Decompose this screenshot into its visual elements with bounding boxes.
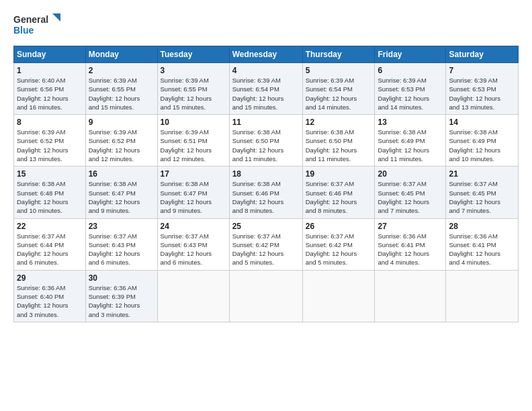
calendar-cell: 4Sunrise: 6:39 AM Sunset: 6:54 PM Daylig… — [229, 63, 302, 115]
calendar-cell: 21Sunrise: 6:37 AM Sunset: 6:45 PM Dayli… — [446, 167, 519, 218]
day-info: Sunrise: 6:38 AM Sunset: 6:50 PM Dayligh… — [306, 128, 372, 163]
day-info: Sunrise: 6:37 AM Sunset: 6:43 PM Dayligh… — [89, 232, 154, 267]
day-info: Sunrise: 6:37 AM Sunset: 6:42 PM Dayligh… — [306, 232, 372, 267]
weekday-header-thursday: Thursday — [302, 46, 375, 63]
day-number: 9 — [89, 118, 154, 127]
day-number: 17 — [161, 169, 226, 179]
day-number: 25 — [232, 222, 300, 231]
day-info: Sunrise: 6:38 AM Sunset: 6:46 PM Dayligh… — [232, 179, 300, 215]
calendar-week-3: 15Sunrise: 6:38 AM Sunset: 6:48 PM Dayli… — [14, 167, 519, 218]
day-number: 14 — [449, 118, 515, 127]
day-number: 28 — [449, 222, 515, 231]
day-number: 24 — [161, 222, 226, 231]
day-number: 13 — [378, 118, 443, 127]
svg-text:General: General — [13, 14, 48, 25]
weekday-header-monday: Monday — [85, 46, 157, 63]
calendar-cell: 27Sunrise: 6:36 AM Sunset: 6:41 PM Dayli… — [375, 218, 446, 270]
day-number: 27 — [378, 222, 443, 231]
logo: General Blue — [13, 12, 60, 40]
day-number: 23 — [89, 222, 154, 231]
day-info: Sunrise: 6:37 AM Sunset: 6:42 PM Dayligh… — [232, 232, 300, 267]
calendar-week-5: 29Sunrise: 6:36 AM Sunset: 6:40 PM Dayli… — [14, 270, 519, 322]
day-number: 20 — [378, 169, 443, 179]
day-info: Sunrise: 6:37 AM Sunset: 6:43 PM Dayligh… — [161, 232, 226, 267]
day-info: Sunrise: 6:37 AM Sunset: 6:45 PM Dayligh… — [449, 179, 515, 215]
day-info: Sunrise: 6:38 AM Sunset: 6:49 PM Dayligh… — [378, 128, 443, 163]
day-info: Sunrise: 6:38 AM Sunset: 6:47 PM Dayligh… — [161, 179, 226, 215]
calendar-cell: 12Sunrise: 6:38 AM Sunset: 6:50 PM Dayli… — [302, 115, 375, 167]
day-info: Sunrise: 6:36 AM Sunset: 6:40 PM Dayligh… — [17, 283, 83, 319]
calendar-cell: 30Sunrise: 6:36 AM Sunset: 6:39 PM Dayli… — [85, 270, 157, 322]
calendar-cell: 25Sunrise: 6:37 AM Sunset: 6:42 PM Dayli… — [229, 218, 302, 270]
day-info: Sunrise: 6:39 AM Sunset: 6:54 PM Dayligh… — [232, 76, 300, 111]
calendar-cell — [446, 270, 519, 322]
day-number: 16 — [89, 169, 154, 179]
day-number: 26 — [306, 222, 372, 231]
calendar-cell: 19Sunrise: 6:37 AM Sunset: 6:46 PM Dayli… — [302, 167, 375, 218]
day-info: Sunrise: 6:39 AM Sunset: 6:52 PM Dayligh… — [89, 128, 154, 163]
calendar-cell: 7Sunrise: 6:39 AM Sunset: 6:53 PM Daylig… — [446, 63, 519, 115]
calendar-cell: 2Sunrise: 6:39 AM Sunset: 6:55 PM Daylig… — [85, 63, 157, 115]
calendar-cell: 8Sunrise: 6:39 AM Sunset: 6:52 PM Daylig… — [14, 115, 86, 167]
calendar-table: SundayMondayTuesdayWednesdayThursdayFrid… — [13, 46, 519, 322]
weekday-header-tuesday: Tuesday — [157, 46, 229, 63]
svg-text:Blue: Blue — [13, 25, 34, 36]
day-number: 30 — [89, 273, 154, 283]
day-info: Sunrise: 6:39 AM Sunset: 6:52 PM Dayligh… — [17, 128, 83, 163]
calendar-cell: 20Sunrise: 6:37 AM Sunset: 6:45 PM Dayli… — [375, 167, 446, 218]
day-number: 3 — [161, 66, 226, 75]
weekday-header-wednesday: Wednesday — [229, 46, 302, 63]
calendar-cell — [157, 270, 229, 322]
day-info: Sunrise: 6:38 AM Sunset: 6:48 PM Dayligh… — [17, 179, 83, 215]
day-info: Sunrise: 6:37 AM Sunset: 6:45 PM Dayligh… — [378, 179, 443, 215]
calendar-cell: 9Sunrise: 6:39 AM Sunset: 6:52 PM Daylig… — [85, 115, 157, 167]
weekday-header-sunday: Sunday — [14, 46, 86, 63]
day-info: Sunrise: 6:39 AM Sunset: 6:55 PM Dayligh… — [89, 76, 154, 111]
day-info: Sunrise: 6:38 AM Sunset: 6:47 PM Dayligh… — [89, 179, 154, 215]
calendar-header-row: SundayMondayTuesdayWednesdayThursdayFrid… — [14, 46, 519, 63]
day-number: 19 — [306, 169, 372, 179]
calendar-cell: 15Sunrise: 6:38 AM Sunset: 6:48 PM Dayli… — [14, 167, 86, 218]
calendar-cell — [302, 270, 375, 322]
day-info: Sunrise: 6:37 AM Sunset: 6:44 PM Dayligh… — [17, 232, 83, 267]
calendar-cell: 3Sunrise: 6:39 AM Sunset: 6:55 PM Daylig… — [157, 63, 229, 115]
day-number: 21 — [449, 169, 515, 179]
day-info: Sunrise: 6:39 AM Sunset: 6:55 PM Dayligh… — [161, 76, 226, 111]
calendar-cell: 11Sunrise: 6:38 AM Sunset: 6:50 PM Dayli… — [229, 115, 302, 167]
calendar-cell: 1Sunrise: 6:40 AM Sunset: 6:56 PM Daylig… — [14, 63, 86, 115]
calendar-cell: 24Sunrise: 6:37 AM Sunset: 6:43 PM Dayli… — [157, 218, 229, 270]
day-number: 12 — [306, 118, 372, 127]
calendar-cell: 23Sunrise: 6:37 AM Sunset: 6:43 PM Dayli… — [85, 218, 157, 270]
calendar-cell: 6Sunrise: 6:39 AM Sunset: 6:53 PM Daylig… — [375, 63, 446, 115]
calendar-week-1: 1Sunrise: 6:40 AM Sunset: 6:56 PM Daylig… — [14, 63, 519, 115]
day-number: 18 — [232, 169, 300, 179]
day-info: Sunrise: 6:39 AM Sunset: 6:53 PM Dayligh… — [449, 76, 515, 111]
day-info: Sunrise: 6:37 AM Sunset: 6:46 PM Dayligh… — [306, 179, 372, 215]
day-info: Sunrise: 6:36 AM Sunset: 6:39 PM Dayligh… — [89, 283, 154, 319]
header: General Blue — [13, 12, 519, 40]
day-number: 7 — [449, 66, 515, 75]
day-info: Sunrise: 6:38 AM Sunset: 6:49 PM Dayligh… — [449, 128, 515, 163]
calendar-cell: 28Sunrise: 6:36 AM Sunset: 6:41 PM Dayli… — [446, 218, 519, 270]
calendar-cell: 16Sunrise: 6:38 AM Sunset: 6:47 PM Dayli… — [85, 167, 157, 218]
weekday-header-saturday: Saturday — [446, 46, 519, 63]
calendar-week-4: 22Sunrise: 6:37 AM Sunset: 6:44 PM Dayli… — [14, 218, 519, 270]
calendar-cell: 26Sunrise: 6:37 AM Sunset: 6:42 PM Dayli… — [302, 218, 375, 270]
page: General Blue SundayMondayTuesdayWednesda… — [0, 0, 532, 411]
day-number: 2 — [89, 66, 154, 75]
calendar-cell: 10Sunrise: 6:39 AM Sunset: 6:51 PM Dayli… — [157, 115, 229, 167]
calendar-cell: 29Sunrise: 6:36 AM Sunset: 6:40 PM Dayli… — [14, 270, 86, 322]
day-info: Sunrise: 6:36 AM Sunset: 6:41 PM Dayligh… — [449, 232, 515, 267]
calendar-cell — [229, 270, 302, 322]
svg-marker-2 — [52, 13, 60, 21]
day-number: 5 — [306, 66, 372, 75]
day-info: Sunrise: 6:40 AM Sunset: 6:56 PM Dayligh… — [17, 76, 83, 111]
day-number: 10 — [161, 118, 226, 127]
day-info: Sunrise: 6:38 AM Sunset: 6:50 PM Dayligh… — [232, 128, 300, 163]
day-info: Sunrise: 6:39 AM Sunset: 6:51 PM Dayligh… — [161, 128, 226, 163]
day-info: Sunrise: 6:39 AM Sunset: 6:54 PM Dayligh… — [306, 76, 372, 111]
day-number: 29 — [17, 273, 83, 283]
logo-svg: General Blue — [13, 12, 60, 40]
calendar-cell: 14Sunrise: 6:38 AM Sunset: 6:49 PM Dayli… — [446, 115, 519, 167]
day-number: 15 — [17, 169, 83, 179]
